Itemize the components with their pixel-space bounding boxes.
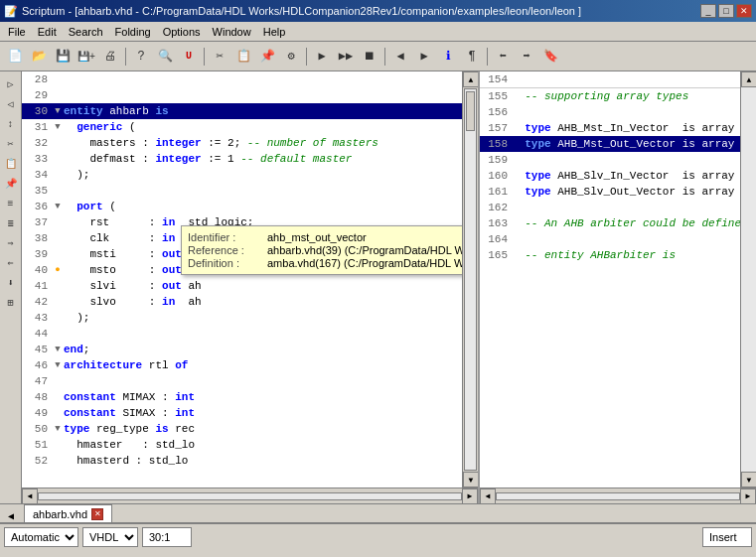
stop-button[interactable]: ⏹ xyxy=(359,46,380,68)
tab-nav-left[interactable]: ◀ xyxy=(0,510,22,522)
line-46: 46 ▼ architecture rtl of xyxy=(22,357,462,373)
line-52: 52 hmasterd : std_lo xyxy=(22,453,462,469)
back-button[interactable]: ⬅ xyxy=(492,46,514,68)
cursor-position: 30:1 xyxy=(142,527,192,547)
side-btn-1[interactable]: ▷ xyxy=(2,75,20,93)
tab-filename: ahbarb.vhd xyxy=(33,508,87,520)
menu-window[interactable]: Window xyxy=(207,24,257,40)
scroll-right-button[interactable]: ▶ xyxy=(462,488,478,504)
line-36: 36 ▼ port ( xyxy=(22,199,462,214)
scroll-left-button[interactable]: ◀ xyxy=(22,488,38,504)
rp-line-165: 165 -- entity AHBarbiter is xyxy=(480,247,740,263)
right-code-area: 154 155 -- supporting array types 156 xyxy=(480,71,740,487)
side-btn-2[interactable]: ◁ xyxy=(2,95,20,113)
line-47: 47 xyxy=(22,373,462,389)
rp-line-163: 163 -- An AHB arbiter could be defined a… xyxy=(480,215,740,231)
line-34: 34 ); xyxy=(22,167,462,183)
tab-ahbarb[interactable]: ahbarb.vhd ✕ xyxy=(24,504,112,522)
rp-line-159: 159 xyxy=(480,152,740,168)
rp-line-158: 158 type AHB_Mst_Out_Vector is array (Na… xyxy=(480,136,740,152)
next-button[interactable]: ▶ xyxy=(413,46,435,68)
scroll-thumb[interactable] xyxy=(466,91,475,131)
right-panel-scrollbar[interactable]: ▲ ▼ xyxy=(740,71,756,487)
info-button[interactable]: ℹ xyxy=(437,46,459,68)
minimize-button[interactable]: _ xyxy=(700,4,716,18)
rp-scroll-up[interactable]: ▲ xyxy=(741,71,756,87)
rp-scroll-down[interactable]: ▼ xyxy=(741,472,756,487)
side-btn-4[interactable]: ✂ xyxy=(2,135,20,153)
line-45: 45 ▼ end; xyxy=(22,342,462,357)
status-bar: Automatic VHDL 30:1 Insert xyxy=(0,523,756,549)
tab-close-button[interactable]: ✕ xyxy=(91,508,103,520)
scroll-down-button[interactable]: ▼ xyxy=(463,472,478,487)
horiz-track[interactable] xyxy=(38,492,462,500)
line-43: 43 ); xyxy=(22,310,462,326)
line-41: 41 slvi : out ah xyxy=(22,278,462,294)
bookmark-button[interactable]: 🔖 xyxy=(539,46,561,68)
line-33: 33 defmast : integer := 1 -- default mas… xyxy=(22,151,462,167)
line-44: 44 xyxy=(22,326,462,342)
side-btn-9[interactable]: ⇒ xyxy=(2,234,20,252)
toolbar: 📄 📂 💾 💾+ 🖨 ? 🔍 U ✂ 📋 📌 ⚙ ▶ ▶▶ ⏹ ◀ ▶ ℹ ¶ … xyxy=(0,42,756,71)
restore-button[interactable]: □ xyxy=(718,4,734,18)
open-button[interactable]: 📂 xyxy=(28,46,50,68)
close-button[interactable]: ✕ xyxy=(736,4,752,18)
side-btn-7[interactable]: ≡ xyxy=(2,195,20,212)
title-text: Scriptum - [ahbarb.vhd - C:/ProgramData/… xyxy=(22,5,581,17)
code-lines: 28 29 30 ▼ xyxy=(22,71,462,487)
scroll-up-button[interactable]: ▲ xyxy=(463,71,478,87)
save-all-button[interactable]: 💾+ xyxy=(76,46,97,68)
editor-scroll-area[interactable]: 28 29 30 ▼ xyxy=(22,71,478,487)
search-button[interactable]: 🔍 xyxy=(154,46,176,68)
menu-edit[interactable]: Edit xyxy=(32,24,63,40)
compile-button[interactable]: ▶ xyxy=(311,46,333,68)
forward-button[interactable]: ➡ xyxy=(516,46,537,68)
rp-scroll-right[interactable]: ▶ xyxy=(740,488,756,504)
side-btn-6[interactable]: 📌 xyxy=(2,175,20,193)
line-48: 48 constant MIMAX : int xyxy=(22,389,462,405)
menu-help[interactable]: Help xyxy=(257,24,292,40)
side-btn-11[interactable]: ⬇ xyxy=(2,274,20,292)
cut-button[interactable]: ✂ xyxy=(209,46,230,68)
left-horiz-scrollbar: ◀ ▶ xyxy=(22,487,478,503)
menu-folding[interactable]: Folding xyxy=(109,24,157,40)
side-btn-5[interactable]: 📋 xyxy=(2,155,20,173)
line-32: 32 masters : integer := 2; -- number of … xyxy=(22,135,462,151)
undo-button[interactable]: U xyxy=(178,46,200,68)
menu-search[interactable]: Search xyxy=(63,24,109,40)
identifier-tooltip: Identifier : ahb_mst_out_vector Referenc… xyxy=(181,225,462,275)
menu-file[interactable]: File xyxy=(2,24,32,40)
rp-scroll-left[interactable]: ◀ xyxy=(480,488,496,504)
line-30: 30 ▼ entity ahbarb is xyxy=(22,103,462,119)
prev-button[interactable]: ◀ xyxy=(389,46,411,68)
rp-line-160: 160 type AHB_Slv_In_Vector is array (Nat… xyxy=(480,168,740,184)
line-35: 35 xyxy=(22,183,462,199)
compile2-button[interactable]: ▶▶ xyxy=(335,46,357,68)
editor-left: 28 29 30 ▼ xyxy=(22,71,478,503)
rp-line-156: 156 xyxy=(480,104,740,120)
lang-select[interactable]: VHDL xyxy=(82,527,138,547)
format-button[interactable]: ⚙ xyxy=(280,46,302,68)
app-icon: 📝 xyxy=(4,5,18,18)
copy-button[interactable]: 📋 xyxy=(232,46,254,68)
paste-button[interactable]: 📌 xyxy=(256,46,278,68)
para-button[interactable]: ¶ xyxy=(461,46,483,68)
vertical-scrollbar[interactable]: ▲ ▼ xyxy=(462,71,478,487)
main-area: ▷ ◁ ↕ ✂ 📋 📌 ≡ ≣ ⇒ ⇐ ⬇ ⊞ 28 xyxy=(0,71,756,503)
code-editor[interactable]: 28 29 30 ▼ xyxy=(22,71,478,487)
line-29: 29 xyxy=(22,87,462,103)
line-31: 31 ▼ generic ( xyxy=(22,119,462,135)
insert-mode: Insert xyxy=(702,527,752,547)
rp-horiz-track[interactable] xyxy=(496,492,740,500)
side-btn-10[interactable]: ⇐ xyxy=(2,254,20,272)
menu-options[interactable]: Options xyxy=(157,24,207,40)
mode-select[interactable]: Automatic xyxy=(4,527,78,547)
help-button[interactable]: ? xyxy=(130,46,152,68)
side-btn-8[interactable]: ≣ xyxy=(2,214,20,232)
rp-line-162: 162 xyxy=(480,200,740,215)
print-button[interactable]: 🖨 xyxy=(99,46,121,68)
save-button[interactable]: 💾 xyxy=(52,46,74,68)
side-btn-3[interactable]: ↕ xyxy=(2,115,20,133)
side-btn-12[interactable]: ⊞ xyxy=(2,294,20,312)
new-button[interactable]: 📄 xyxy=(4,46,26,68)
